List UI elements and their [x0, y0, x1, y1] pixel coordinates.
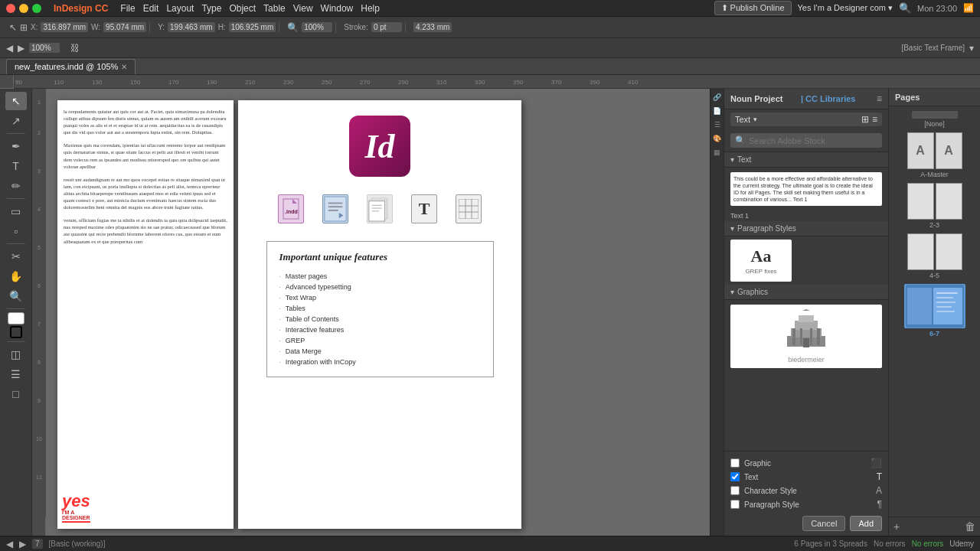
a-master-spread[interactable]: A A A-Master [893, 132, 975, 178]
content-box[interactable]: Important unique features · Master pages… [266, 241, 494, 377]
paragraph-style-item[interactable]: Aa GREP fixes [730, 240, 792, 282]
biedermeier-card[interactable]: biedermeier [730, 305, 882, 368]
ps-item-label: GREP fixes [745, 268, 776, 275]
h-value[interactable]: 106.925 mm [229, 22, 276, 32]
menu-help[interactable]: Help [361, 3, 380, 14]
color-icon[interactable]: 🎨 [712, 133, 723, 144]
zoom-value[interactable]: 100% [302, 22, 332, 32]
logo-underline [62, 521, 90, 523]
maximize-button[interactable] [32, 4, 41, 13]
spread-2-3-label: 2-3 [929, 221, 939, 229]
next-icon[interactable]: ▶ [18, 43, 24, 54]
layers-icon[interactable]: ☰ [712, 119, 723, 130]
tagline-text: I'M A [62, 510, 90, 515]
zoom-tool[interactable]: 🔍 [5, 287, 27, 305]
yw-group: Y: 199.463 mm H: 106.925 mm [155, 22, 279, 32]
grid-view-icon[interactable]: ⊞ [861, 114, 869, 125]
spread-4-5[interactable]: 4-5 [893, 233, 975, 279]
prev-icon[interactable]: ◀ [6, 43, 13, 54]
panel-menu-icon[interactable]: ≡ [877, 93, 882, 104]
search-icon[interactable]: 🔍 [899, 2, 911, 14]
user-account[interactable]: Yes I'm a Designer com ▾ [798, 3, 893, 13]
stroke-label: Stroke: [344, 23, 368, 31]
menu-view[interactable]: View [293, 3, 313, 14]
paragraph-styles-header[interactable]: ▾ Paragraph Styles [724, 221, 888, 236]
para-style-checkbox[interactable] [730, 500, 740, 509]
swatches-icon[interactable]: ▦ [712, 147, 723, 158]
svg-text:6: 6 [38, 283, 41, 289]
pages-panel-header: Pages [889, 89, 980, 106]
stroke-value[interactable]: 0 pt [371, 22, 402, 32]
delete-page-button[interactable]: 🗑 [965, 520, 975, 533]
gradient-tool[interactable]: ◫ [5, 345, 27, 364]
list-view-icon[interactable]: ≡ [872, 114, 877, 125]
menu-layout[interactable]: Layout [166, 3, 194, 14]
type-tool[interactable]: T [5, 157, 27, 175]
paragraph-styles-label: Paragraph Styles [737, 224, 796, 233]
scissors-tool[interactable]: ✂ [5, 247, 27, 266]
spread-6-7-label: 6-7 [929, 330, 939, 337]
direct-selection-tool[interactable]: ↗ [5, 112, 27, 130]
pen-tool[interactable]: ✒ [5, 137, 27, 155]
close-button[interactable] [6, 4, 15, 13]
zoom-icon[interactable]: 🔍 [287, 22, 299, 33]
size-value[interactable]: 4.233 mm [413, 22, 452, 32]
char-style-checkbox[interactable] [730, 486, 740, 495]
zoom-value2[interactable]: 100% [29, 43, 60, 53]
spread-6-7-active[interactable]: 6-7 [893, 284, 975, 337]
noun-project-title: Noun Project [730, 94, 782, 103]
item-text: Data Merge [286, 347, 322, 355]
list-item-grep: · GREP [279, 335, 481, 346]
menu-window[interactable]: Window [321, 3, 354, 14]
preview-card[interactable]: This could be a more effective and affor… [730, 172, 882, 206]
bullet-icon: · [279, 295, 281, 302]
pages-icon[interactable]: 📄 [712, 106, 723, 116]
y-value[interactable]: 199.463 mm [168, 22, 215, 32]
svg-rect-19 [32, 89, 46, 517]
hand-tool[interactable]: ✋ [5, 267, 27, 285]
svg-text:130: 130 [92, 79, 103, 86]
frame-tool[interactable]: ▭ [5, 202, 27, 220]
svg-text:2: 2 [38, 130, 41, 135]
preview-mode[interactable]: □ [5, 385, 27, 403]
menu-edit[interactable]: Edit [143, 3, 159, 14]
stroke-color[interactable] [10, 326, 22, 338]
add-page-button[interactable]: + [893, 520, 900, 533]
graphic-checkbox[interactable] [730, 458, 740, 468]
publish-online-button[interactable]: ⬆ Publish Online [714, 1, 792, 15]
cancel-button[interactable]: Cancel [802, 516, 845, 531]
select-tool-icon[interactable]: ↖ [9, 22, 17, 33]
tab-close-icon[interactable]: ✕ [121, 63, 127, 71]
reference-point[interactable]: ⊞ [20, 22, 28, 33]
next-page-icon[interactable]: ▶ [19, 539, 26, 549]
text-dropdown[interactable]: Text ▾ ⊞ ≡ [730, 112, 882, 126]
menu-object[interactable]: Object [229, 3, 256, 14]
menu-type[interactable]: Type [201, 3, 221, 14]
frame-link[interactable]: ⛓ [70, 43, 80, 54]
menu-file[interactable]: File [120, 3, 135, 14]
spread-6-7-thumb[interactable] [904, 284, 965, 328]
canvas-area[interactable]: www.hhzsc.com la orepudamenis quiatur au… [46, 89, 710, 536]
links-icon[interactable]: 🔗 [712, 92, 723, 103]
frame-type-arrow[interactable]: ▾ [969, 43, 974, 54]
shape-tool[interactable]: ▫ [5, 222, 27, 240]
prev-page-icon[interactable]: ◀ [6, 539, 13, 549]
pencil-tool[interactable]: ✏ [5, 177, 27, 195]
file-tab[interactable]: new_features.indd @ 105% ✕ [6, 59, 136, 74]
fill-color[interactable] [8, 312, 24, 324]
search-input[interactable] [749, 136, 877, 145]
minimize-button[interactable] [19, 4, 28, 13]
w-value[interactable]: 95.074 mm [103, 22, 146, 32]
add-button[interactable]: Add [850, 516, 882, 531]
graphics-section-header[interactable]: ▾ Graphics [724, 285, 888, 300]
text-section-header[interactable]: ▾ Text [724, 152, 888, 168]
x-value[interactable]: 316.897 mm [41, 22, 88, 32]
chevron-down-icon: ▾ [753, 116, 757, 123]
text-checkbox[interactable] [730, 472, 740, 481]
toolbar-row2: ◀ ▶ 100% ⛓ [Basic Text Frame] ▾ [0, 38, 980, 58]
svg-text:350: 350 [513, 79, 524, 86]
selection-tool[interactable]: ↖ [5, 92, 27, 110]
format-affects[interactable]: ☰ [5, 365, 27, 383]
menu-table[interactable]: Table [263, 3, 286, 14]
spread-2-3[interactable]: 2-3 [893, 183, 975, 229]
